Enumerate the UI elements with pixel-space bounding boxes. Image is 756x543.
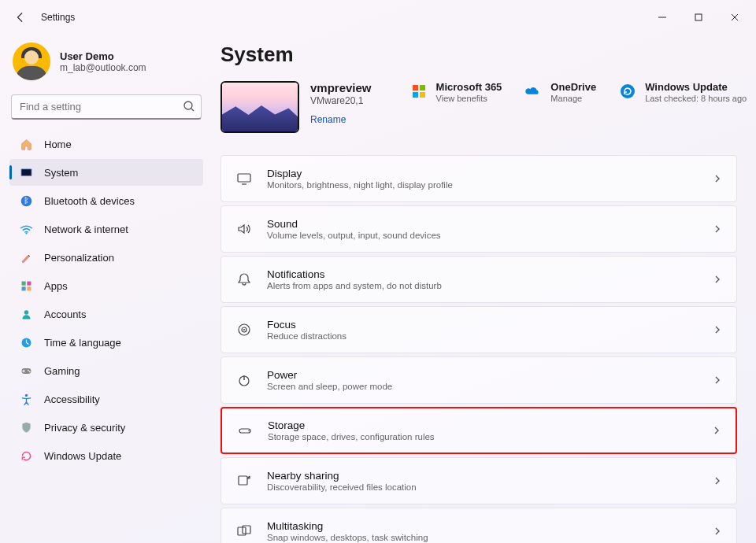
chevron-right-icon bbox=[713, 476, 722, 486]
nearby-icon bbox=[235, 472, 253, 489]
apps-icon bbox=[19, 279, 33, 293]
gaming-icon bbox=[19, 364, 33, 378]
rename-link[interactable]: Rename bbox=[310, 114, 346, 125]
card-nearby[interactable]: Nearby sharing Discoverability, received… bbox=[220, 457, 737, 504]
power-icon bbox=[235, 371, 253, 389]
card-sub: Screen and sleep, power mode bbox=[267, 382, 392, 391]
accessibility-icon bbox=[19, 392, 33, 406]
network-icon bbox=[19, 222, 33, 236]
svg-point-15 bbox=[24, 393, 27, 396]
sidebar-item-home[interactable]: Home bbox=[9, 131, 203, 157]
sidebar-item-update[interactable]: Windows Update bbox=[9, 442, 203, 469]
maximize-button[interactable] bbox=[680, 5, 717, 30]
sidebar-item-network[interactable]: Network & internet bbox=[9, 216, 203, 242]
account-name: User Demo bbox=[60, 50, 146, 62]
sidebar-item-accessibility[interactable]: Accessibility bbox=[9, 386, 203, 412]
sidebar-item-accounts[interactable]: Accounts bbox=[9, 301, 203, 327]
svg-point-14 bbox=[28, 371, 30, 372]
card-title: Multitasking bbox=[267, 520, 428, 532]
svg-point-24 bbox=[243, 329, 245, 331]
close-icon bbox=[731, 13, 739, 21]
quick-title: OneDrive bbox=[550, 81, 596, 93]
card-title: Focus bbox=[267, 319, 346, 331]
svg-rect-28 bbox=[239, 476, 247, 485]
quick-sub: Last checked: 8 hours ago bbox=[645, 94, 747, 103]
sidebar-item-label: Gaming bbox=[44, 365, 80, 377]
card-sound[interactable]: Sound Volume levels, output, input, soun… bbox=[220, 205, 737, 253]
account-block[interactable]: User Demo m_lab@outlook.com bbox=[9, 39, 203, 91]
display-icon bbox=[235, 170, 253, 187]
account-email: m_lab@outlook.com bbox=[60, 62, 146, 73]
sidebar-item-privacy[interactable]: Privacy & security bbox=[9, 414, 203, 441]
sidebar-item-bluetooth[interactable]: Bluetooth & devices bbox=[9, 187, 203, 214]
sidebar-item-label: Privacy & security bbox=[44, 422, 125, 434]
card-sub: Storage space, drives, configuration rul… bbox=[268, 432, 435, 441]
svg-point-5 bbox=[25, 232, 27, 234]
svg-rect-9 bbox=[27, 286, 31, 290]
time-icon bbox=[19, 335, 33, 349]
settings-cards: Display Monitors, brightness, night ligh… bbox=[220, 155, 737, 543]
close-button[interactable] bbox=[717, 5, 753, 30]
sidebar-item-label: Accessibility bbox=[44, 393, 100, 405]
svg-rect-8 bbox=[21, 286, 25, 290]
sidebar-item-label: Home bbox=[44, 139, 72, 150]
back-button[interactable] bbox=[9, 6, 32, 28]
search-input[interactable] bbox=[11, 94, 202, 120]
minimize-button[interactable] bbox=[644, 5, 680, 30]
quick-ms365[interactable]: Microsoft 365 View benefits bbox=[410, 81, 502, 103]
card-title: Sound bbox=[267, 218, 441, 230]
sidebar-item-gaming[interactable]: Gaming bbox=[9, 357, 203, 384]
storage-icon bbox=[236, 422, 254, 439]
nav: Home System Bluetooth & devices Network … bbox=[9, 131, 203, 469]
card-sub: Snap windows, desktops, task switching bbox=[267, 533, 428, 542]
page-title: System bbox=[220, 42, 737, 67]
card-storage[interactable]: Storage Storage space, drives, configura… bbox=[220, 407, 737, 454]
card-sub: Discoverability, received files location bbox=[267, 482, 417, 492]
multitasking-icon bbox=[235, 523, 253, 540]
svg-rect-17 bbox=[420, 85, 425, 90]
quick-sub: Manage bbox=[550, 94, 596, 103]
avatar bbox=[13, 42, 50, 80]
quick-title: Microsoft 365 bbox=[436, 81, 502, 93]
titlebar: Settings bbox=[0, 0, 756, 35]
sidebar-item-personalization[interactable]: Personalization bbox=[9, 244, 203, 271]
svg-rect-18 bbox=[413, 92, 418, 98]
sidebar-item-label: Bluetooth & devices bbox=[44, 195, 135, 207]
chevron-right-icon bbox=[713, 325, 722, 334]
sidebar-item-label: Accounts bbox=[44, 308, 86, 320]
shield-icon bbox=[19, 420, 33, 434]
svg-point-1 bbox=[184, 102, 192, 109]
card-title: Storage bbox=[268, 419, 435, 431]
ms365-icon bbox=[410, 82, 428, 101]
sound-icon bbox=[235, 220, 253, 238]
sidebar: User Demo m_lab@outlook.com Home System … bbox=[0, 35, 213, 543]
card-display[interactable]: Display Monitors, brightness, night ligh… bbox=[220, 155, 737, 202]
update-icon bbox=[19, 449, 33, 463]
sidebar-item-system[interactable]: System bbox=[9, 159, 203, 186]
sidebar-item-label: Network & internet bbox=[44, 223, 128, 235]
device-row: vmpreview VMware20,1 Rename Microsoft 36… bbox=[220, 81, 737, 133]
device-model: VMware20,1 bbox=[310, 95, 372, 106]
sidebar-item-apps[interactable]: Apps bbox=[9, 272, 203, 299]
search-icon bbox=[183, 100, 195, 113]
personalization-icon bbox=[19, 250, 33, 264]
sidebar-item-label: Windows Update bbox=[44, 450, 121, 462]
card-sub: Reduce distractions bbox=[267, 331, 346, 341]
svg-point-13 bbox=[28, 369, 29, 371]
svg-point-27 bbox=[248, 430, 250, 432]
quick-onedrive[interactable]: OneDrive Manage bbox=[524, 81, 596, 103]
card-power[interactable]: Power Screen and sleep, power mode bbox=[220, 356, 737, 404]
quick-update[interactable]: Windows Update Last checked: 8 hours ago bbox=[618, 81, 747, 103]
sidebar-item-label: Time & language bbox=[44, 337, 121, 349]
maximize-icon bbox=[695, 13, 702, 21]
card-title: Notifications bbox=[267, 268, 442, 280]
chevron-right-icon bbox=[713, 224, 722, 234]
sidebar-item-time[interactable]: Time & language bbox=[9, 329, 203, 356]
device-thumbnail[interactable] bbox=[220, 81, 299, 133]
svg-rect-19 bbox=[420, 92, 425, 98]
card-notifications[interactable]: Notifications Alerts from apps and syste… bbox=[220, 256, 737, 303]
card-focus[interactable]: Focus Reduce distractions bbox=[220, 306, 737, 353]
svg-point-10 bbox=[24, 310, 28, 314]
card-multitasking[interactable]: Multitasking Snap windows, desktops, tas… bbox=[220, 508, 737, 543]
sidebar-item-label: Apps bbox=[44, 280, 68, 292]
